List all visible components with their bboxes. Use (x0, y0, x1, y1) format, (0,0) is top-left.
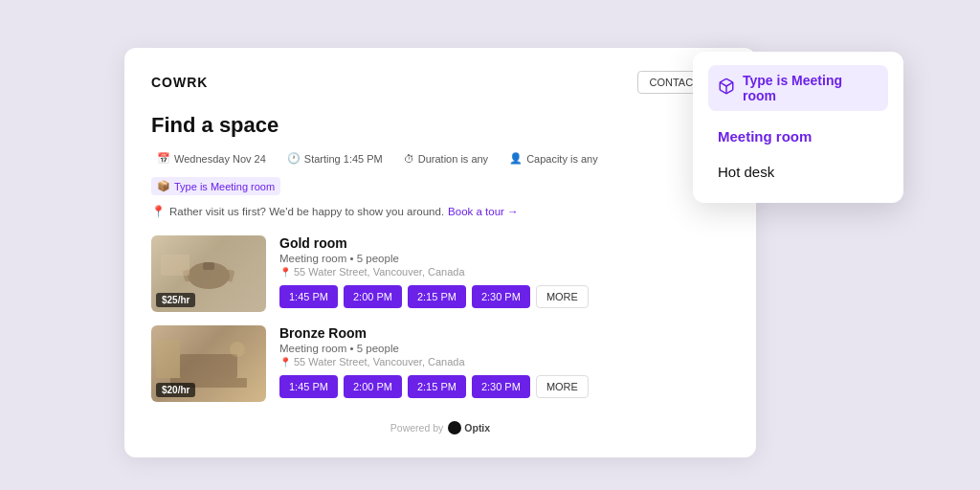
slot-bronze-1[interactable]: 2:00 PM (344, 375, 402, 398)
slot-bronze-0[interactable]: 1:45 PM (279, 375, 338, 398)
svg-rect-2 (183, 269, 193, 282)
filter-starting-label: Starting 1:45 PM (304, 153, 383, 165)
main-card: COWRK CONTACT US Find a space 📅 Wednesda… (124, 48, 756, 457)
room-price-gold: $25/hr (156, 293, 195, 307)
tour-text: Rather visit us first? We'd be happy to … (169, 206, 444, 217)
page-title: Find a space (151, 113, 729, 138)
pin-icon-bronze: 📍 (279, 357, 291, 368)
tour-banner: 📍 Rather visit us first? We'd be happy t… (151, 205, 729, 218)
room-address-gold: 📍 55 Water Street, Vancouver, Canada (279, 266, 729, 278)
dropdown-item-meeting[interactable]: Meeting room (708, 119, 888, 154)
more-button-bronze[interactable]: MORE (536, 375, 589, 398)
room-price-bronze: $20/hr (156, 383, 195, 397)
filter-type-label: Type is Meeting room (174, 181, 275, 192)
time-slots-gold: 1:45 PM 2:00 PM 2:15 PM 2:30 PM MORE (279, 285, 729, 308)
footer: Powered by Optix (151, 421, 729, 434)
header: COWRK CONTACT US (151, 71, 729, 94)
svg-point-8 (230, 342, 245, 357)
room-name-gold: Gold room (279, 235, 729, 251)
slot-gold-3[interactable]: 2:30 PM (472, 285, 530, 308)
filter-type[interactable]: 📦 Type is Meeting room (151, 177, 280, 195)
svg-point-0 (188, 262, 230, 289)
timer-icon: ⏱ (404, 153, 414, 165)
optix-brand-name: Optix (464, 422, 490, 434)
room-image-wrap-gold: $25/hr (151, 235, 266, 312)
room-image-wrap-bronze: $20/hr (151, 325, 266, 402)
slot-gold-0[interactable]: 1:45 PM (279, 285, 338, 308)
powered-by-text: Powered by (390, 422, 443, 434)
filter-date-label: Wednesday Nov 24 (174, 153, 266, 165)
slot-gold-1[interactable]: 2:00 PM (344, 285, 402, 308)
filter-bar: 📅 Wednesday Nov 24 🕐 Starting 1:45 PM ⏱ … (151, 149, 729, 195)
dropdown-item-hotdesk[interactable]: Hot desk (708, 154, 888, 189)
location-icon: 📍 (151, 205, 166, 218)
filter-capacity[interactable]: 👤 Capacity is any (503, 149, 604, 167)
svg-rect-3 (225, 269, 235, 282)
filter-duration[interactable]: ⏱ Duration is any (398, 150, 494, 167)
slot-gold-2[interactable]: 2:15 PM (408, 285, 466, 308)
box-icon: 📦 (157, 180, 170, 192)
calendar-icon: 📅 (157, 152, 170, 165)
svg-rect-4 (161, 255, 189, 276)
optix-circle-icon (448, 421, 461, 434)
room-list: $25/hr Gold room Meeting room • 5 people… (151, 235, 729, 402)
optix-logo: Optix (448, 421, 490, 434)
logo: COWRK (151, 75, 208, 90)
room-name-bronze: Bronze Room (279, 325, 729, 341)
filter-date[interactable]: 📅 Wednesday Nov 24 (151, 149, 272, 167)
svg-rect-1 (203, 262, 214, 270)
book-tour-link[interactable]: Book a tour → (448, 206, 519, 217)
more-button-gold[interactable]: MORE (536, 285, 589, 308)
time-slots-bronze: 1:45 PM 2:00 PM 2:15 PM 2:30 PM MORE (279, 375, 729, 398)
dropdown-header-text: Type is Meeting room (743, 73, 879, 103)
filter-duration-label: Duration is any (418, 153, 488, 165)
svg-rect-7 (156, 340, 180, 378)
slot-bronze-3[interactable]: 2:30 PM (472, 375, 530, 398)
dropdown-header: Type is Meeting room (708, 65, 888, 111)
filter-starting[interactable]: 🕐 Starting 1:45 PM (281, 149, 389, 167)
filter-capacity-label: Capacity is any (526, 153, 598, 165)
room-type-gold: Meeting room • 5 people (279, 253, 729, 264)
room-info-bronze: Bronze Room Meeting room • 5 people 📍 55… (279, 325, 729, 398)
person-icon: 👤 (509, 152, 523, 165)
clock-icon: 🕐 (287, 152, 301, 165)
room-info-gold: Gold room Meeting room • 5 people 📍 55 W… (279, 235, 729, 308)
slot-bronze-2[interactable]: 2:15 PM (408, 375, 466, 398)
room-item-gold: $25/hr Gold room Meeting room • 5 people… (151, 235, 729, 312)
room-type-bronze: Meeting room • 5 people (279, 343, 729, 354)
dropdown-header-box-icon (718, 78, 735, 99)
room-address-bronze: 📍 55 Water Street, Vancouver, Canada (279, 356, 729, 368)
room-item-bronze: $20/hr Bronze Room Meeting room • 5 peop… (151, 325, 729, 402)
svg-rect-5 (180, 354, 237, 378)
type-dropdown: Type is Meeting room Meeting room Hot de… (693, 52, 903, 203)
pin-icon-gold: 📍 (279, 267, 291, 278)
